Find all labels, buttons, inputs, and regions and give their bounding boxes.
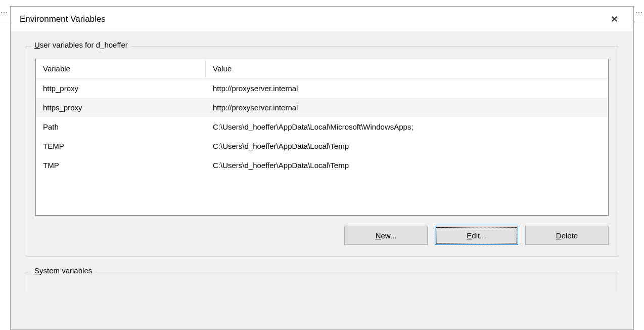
- edit-button[interactable]: Edit...: [435, 226, 518, 245]
- new-button-mnemonic: N: [376, 231, 381, 240]
- system-variables-legend-text: ystem variables: [39, 266, 92, 275]
- cell-value: http://proxyserver.internal: [206, 103, 608, 112]
- delete-button-mnemonic: D: [556, 231, 562, 240]
- cell-value: http://proxyserver.internal: [206, 84, 608, 93]
- user-variables-list[interactable]: Variable Value http_proxyhttp://proxyser…: [35, 59, 609, 216]
- user-variables-legend: User variables for d_hoeffer: [31, 40, 131, 49]
- close-icon: ✕: [611, 14, 618, 24]
- cell-variable: Path: [36, 122, 206, 131]
- dialog-client-area: User variables for d_hoeffer Variable Va…: [11, 32, 633, 329]
- new-button[interactable]: New...: [344, 226, 428, 245]
- cell-value: C:\Users\d_hoeffer\AppData\Local\Temp: [206, 142, 608, 150]
- column-header-value[interactable]: Value: [206, 59, 608, 78]
- delete-button[interactable]: Delete: [525, 226, 609, 245]
- list-row[interactable]: TEMPC:\Users\d_hoeffer\AppData\Local\Tem…: [36, 136, 608, 155]
- list-row[interactable]: PathC:\Users\d_hoeffer\AppData\Local\Mic…: [36, 117, 608, 136]
- cell-variable: TMP: [36, 161, 206, 170]
- list-row[interactable]: http_proxyhttp://proxyserver.internal: [36, 78, 608, 98]
- cell-variable: TEMP: [36, 142, 206, 150]
- cell-value: C:\Users\d_hoeffer\AppData\Local\Temp: [206, 161, 608, 170]
- truncation-dots-left: …: [0, 6, 9, 15]
- list-body: http_proxyhttp://proxyserver.internalhtt…: [36, 78, 608, 175]
- user-variables-buttons: New... Edit... Delete: [35, 226, 609, 245]
- list-row[interactable]: https_proxyhttp://proxyserver.internal: [36, 98, 608, 117]
- edit-button-label: dit...: [472, 231, 486, 240]
- delete-button-label: elete: [562, 231, 578, 240]
- cell-variable: http_proxy: [36, 84, 206, 93]
- column-header-variable[interactable]: Variable: [36, 59, 206, 78]
- close-button[interactable]: ✕: [605, 11, 624, 28]
- truncation-dots-right: …: [635, 6, 644, 15]
- dialog-titlebar: Environment Variables ✕: [11, 7, 633, 32]
- cell-value: C:\Users\d_hoeffer\AppData\Local\Microso…: [206, 122, 608, 131]
- user-variables-legend-mnemonic: U: [34, 40, 40, 49]
- system-variables-legend: System variables: [31, 266, 95, 275]
- system-variables-group: System variables: [26, 272, 618, 292]
- system-variables-legend-mnemonic: S: [34, 266, 39, 275]
- dialog-title: Environment Variables: [20, 14, 106, 24]
- list-header: Variable Value: [36, 59, 608, 78]
- list-row[interactable]: TMPC:\Users\d_hoeffer\AppData\Local\Temp: [36, 155, 608, 175]
- user-variables-legend-text: ser variables for d_hoeffer: [40, 40, 128, 49]
- new-button-label: ew...: [381, 231, 396, 240]
- user-variables-group: User variables for d_hoeffer Variable Va…: [26, 46, 618, 257]
- environment-variables-dialog: Environment Variables ✕ User variables f…: [10, 6, 634, 330]
- cell-variable: https_proxy: [36, 103, 206, 112]
- edit-button-mnemonic: E: [467, 231, 472, 240]
